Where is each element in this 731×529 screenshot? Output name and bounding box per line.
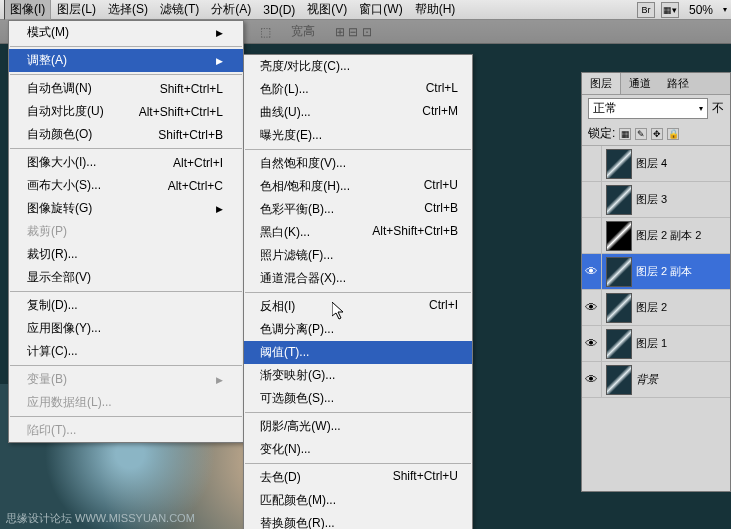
- menu1-item[interactable]: 计算(C)...: [9, 340, 243, 363]
- layer-thumbnail: [606, 365, 632, 395]
- layer-row[interactable]: 👁图层 3: [582, 182, 730, 218]
- visibility-eye-icon[interactable]: 👁: [582, 290, 602, 325]
- layers-panel: 图层通道路径 正常▾ 不 锁定: ▦ ✎ ✥ 🔒 👁图层 4👁图层 3👁图层 2…: [581, 72, 731, 492]
- menu1-item[interactable]: 图像旋转(G)▶: [9, 197, 243, 220]
- visibility-eye-icon[interactable]: 👁: [582, 182, 602, 217]
- opacity-label: 不: [712, 100, 724, 117]
- layer-name-label: 背景: [636, 372, 730, 387]
- layer-name-label: 图层 3: [636, 192, 730, 207]
- menubar-item-6[interactable]: 视图(V): [301, 0, 353, 20]
- layer-name-label: 图层 2 副本: [636, 264, 730, 279]
- visibility-eye-icon[interactable]: 👁: [582, 326, 602, 361]
- blend-mode-select[interactable]: 正常▾: [588, 98, 708, 119]
- br-icon[interactable]: Br: [637, 2, 655, 18]
- layer-row[interactable]: 👁图层 2 副本: [582, 254, 730, 290]
- menu2-item[interactable]: 阴影/高光(W)...: [244, 415, 472, 438]
- menu2-item[interactable]: 反相(I)Ctrl+I: [244, 295, 472, 318]
- layer-name-label: 图层 1: [636, 336, 730, 351]
- menu1-item[interactable]: 模式(M)▶: [9, 21, 243, 44]
- menubar-item-3[interactable]: 滤镜(T): [154, 0, 205, 20]
- lock-all-icon[interactable]: 🔒: [667, 128, 679, 140]
- panel-tabs: 图层通道路径: [582, 73, 730, 95]
- layer-thumbnail: [606, 293, 632, 323]
- menu1-item: 应用数据组(L)...: [9, 391, 243, 414]
- layer-thumbnail: [606, 149, 632, 179]
- menu1-item[interactable]: 调整(A)▶: [9, 49, 243, 72]
- layer-row[interactable]: 👁图层 4: [582, 146, 730, 182]
- lock-paint-icon[interactable]: ✎: [635, 128, 647, 140]
- screen-icon[interactable]: ▦▾: [661, 2, 679, 18]
- menubar-item-1[interactable]: 图层(L): [51, 0, 102, 20]
- menubar-item-7[interactable]: 窗口(W): [353, 0, 408, 20]
- menu1-item: 变量(B)▶: [9, 368, 243, 391]
- adjustments-submenu: 亮度/对比度(C)...色阶(L)...Ctrl+L曲线(U)...Ctrl+M…: [243, 54, 473, 529]
- menu2-item[interactable]: 色调分离(P)...: [244, 318, 472, 341]
- visibility-eye-icon[interactable]: 👁: [582, 362, 602, 397]
- menubar-item-4[interactable]: 分析(A): [205, 0, 257, 20]
- visibility-eye-icon[interactable]: 👁: [582, 146, 602, 181]
- menu1-item[interactable]: 画布大小(S)...Alt+Ctrl+C: [9, 174, 243, 197]
- layer-name-label: 图层 4: [636, 156, 730, 171]
- menu1-item[interactable]: 图像大小(I)...Alt+Ctrl+I: [9, 151, 243, 174]
- lock-move-icon[interactable]: ✥: [651, 128, 663, 140]
- panel-tab-通道[interactable]: 通道: [621, 73, 659, 94]
- menu1-item[interactable]: 复制(D)...: [9, 294, 243, 317]
- menu2-item[interactable]: 匹配颜色(M)...: [244, 489, 472, 512]
- layer-thumbnail: [606, 221, 632, 251]
- menu2-item[interactable]: 阈值(T)...: [244, 341, 472, 364]
- menu2-item[interactable]: 色彩平衡(B)...Ctrl+B: [244, 198, 472, 221]
- menu1-item: 陷印(T)...: [9, 419, 243, 442]
- layer-thumbnail: [606, 185, 632, 215]
- menu1-item[interactable]: 自动对比度(U)Alt+Shift+Ctrl+L: [9, 100, 243, 123]
- layer-name-label: 图层 2: [636, 300, 730, 315]
- menu1-item[interactable]: 显示全部(V): [9, 266, 243, 289]
- menu2-item[interactable]: 替换颜色(R)...: [244, 512, 472, 529]
- panel-tab-图层[interactable]: 图层: [582, 73, 621, 94]
- lock-row: 锁定: ▦ ✎ ✥ 🔒: [582, 122, 730, 146]
- menu2-item[interactable]: 可选颜色(S)...: [244, 387, 472, 410]
- layer-row[interactable]: 👁图层 1: [582, 326, 730, 362]
- menu1-item[interactable]: 自动颜色(O)Shift+Ctrl+B: [9, 123, 243, 146]
- layer-thumbnail: [606, 257, 632, 287]
- main-menubar: 图像(I)图层(L)选择(S)滤镜(T)分析(A)3D(D)视图(V)窗口(W)…: [0, 0, 731, 20]
- layer-row[interactable]: 👁图层 2: [582, 290, 730, 326]
- menu2-item[interactable]: 照片滤镜(F)...: [244, 244, 472, 267]
- layer-row[interactable]: 👁图层 2 副本 2: [582, 218, 730, 254]
- menubar-item-5[interactable]: 3D(D): [257, 1, 301, 19]
- menu2-item[interactable]: 通道混合器(X)...: [244, 267, 472, 290]
- menu1-item[interactable]: 应用图像(Y)...: [9, 317, 243, 340]
- layer-row[interactable]: 👁背景: [582, 362, 730, 398]
- menu2-item[interactable]: 黑白(K)...Alt+Shift+Ctrl+B: [244, 221, 472, 244]
- menu2-item[interactable]: 亮度/对比度(C)...: [244, 55, 472, 78]
- layer-thumbnail: [606, 329, 632, 359]
- menu1-item[interactable]: 自动色调(N)Shift+Ctrl+L: [9, 77, 243, 100]
- layer-name-label: 图层 2 副本 2: [636, 228, 730, 243]
- menubar-item-8[interactable]: 帮助(H): [409, 0, 462, 20]
- visibility-eye-icon[interactable]: 👁: [582, 218, 602, 253]
- menu2-item[interactable]: 去色(D)Shift+Ctrl+U: [244, 466, 472, 489]
- layers-list: 👁图层 4👁图层 3👁图层 2 副本 2👁图层 2 副本👁图层 2👁图层 1👁背…: [582, 146, 730, 398]
- zoom-value[interactable]: 50%: [685, 3, 717, 17]
- menu2-item[interactable]: 变化(N)...: [244, 438, 472, 461]
- menu2-item[interactable]: 曲线(U)...Ctrl+M: [244, 101, 472, 124]
- menu1-item[interactable]: 裁切(R)...: [9, 243, 243, 266]
- menu2-item[interactable]: 色阶(L)...Ctrl+L: [244, 78, 472, 101]
- image-menu: 模式(M)▶调整(A)▶自动色调(N)Shift+Ctrl+L自动对比度(U)A…: [8, 20, 244, 443]
- panel-tab-路径[interactable]: 路径: [659, 73, 697, 94]
- zoom-dropdown-icon[interactable]: ▾: [723, 5, 727, 14]
- menu2-item[interactable]: 色相/饱和度(H)...Ctrl+U: [244, 175, 472, 198]
- visibility-eye-icon[interactable]: 👁: [582, 254, 602, 289]
- lock-transparent-icon[interactable]: ▦: [619, 128, 631, 140]
- watermark-text: 思缘设计论坛 WWW.MISSYUAN.COM: [6, 511, 195, 526]
- menu2-item[interactable]: 自然饱和度(V)...: [244, 152, 472, 175]
- menubar-item-0[interactable]: 图像(I): [4, 0, 51, 20]
- menubar-item-2[interactable]: 选择(S): [102, 0, 154, 20]
- menu1-item: 裁剪(P): [9, 220, 243, 243]
- menu2-item[interactable]: 曝光度(E)...: [244, 124, 472, 147]
- menu2-item[interactable]: 渐变映射(G)...: [244, 364, 472, 387]
